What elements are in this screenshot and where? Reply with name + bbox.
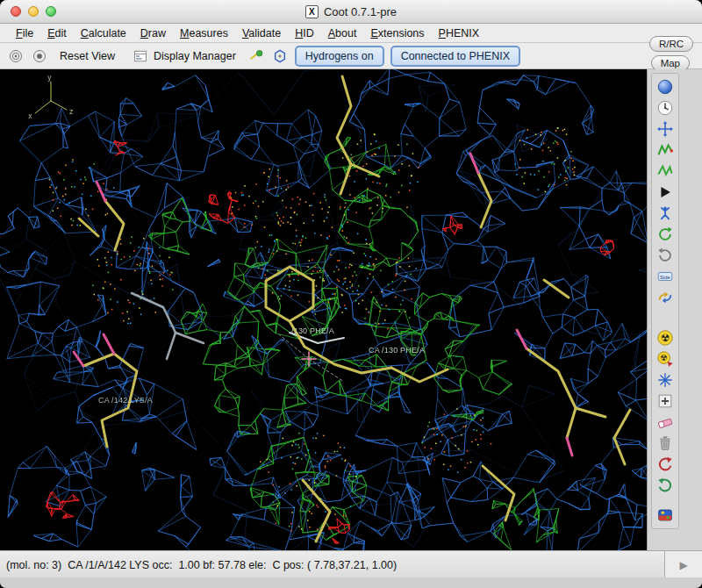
display-manager-label: Display Manager: [154, 50, 236, 62]
svg-text:☢: ☢: [661, 332, 670, 344]
redo-icon[interactable]: [655, 475, 676, 496]
status-bar: (mol. no: 3) CA /1/A/142 LYS occ: 1.00 b…: [0, 550, 702, 578]
phenix-connection-button[interactable]: Connected to PHENIX: [390, 46, 520, 67]
menu-validate[interactable]: Validate: [235, 25, 288, 41]
status-text: (mol. no: 3) CA /1/A/142 LYS occ: 1.00 b…: [0, 559, 664, 571]
eraser-icon[interactable]: [655, 412, 676, 433]
coot-window: X Coot 0.7.1-pre File Edit Calculate Dra…: [0, 0, 702, 588]
window-title-text: Coot 0.7.1-pre: [324, 5, 397, 18]
menu-hid[interactable]: HID: [288, 25, 321, 41]
gl-canvas[interactable]: [0, 69, 647, 550]
zoom-button[interactable]: [46, 6, 56, 17]
minimize-button[interactable]: [28, 6, 39, 17]
gl-viewport: /130 PHE/A CA /130 PHE/A CA /142 LYS/A: [0, 69, 647, 550]
window-footer: [0, 577, 702, 588]
status-expander-button[interactable]: ▶: [664, 551, 702, 578]
x11-icon: X: [305, 5, 319, 18]
menu-about[interactable]: About: [321, 25, 364, 41]
translate-view-icon[interactable]: [655, 118, 676, 140]
menu-measures[interactable]: Measures: [173, 25, 235, 41]
spin-view-icon[interactable]: [655, 76, 676, 97]
title-bar: X Coot 0.7.1-pre: [0, 0, 702, 24]
menu-calculate[interactable]: Calculate: [74, 25, 133, 41]
undo-icon[interactable]: [655, 454, 676, 475]
modelling-toolbar: Side ☢ ☢: [651, 73, 679, 529]
window-title: X Coot 0.7.1-pre: [305, 5, 397, 18]
menu-file[interactable]: File: [9, 25, 40, 41]
right-tool-rail: Side ☢ ☢: [647, 69, 702, 550]
close-button[interactable]: [11, 6, 21, 17]
add-terminal-residue-icon[interactable]: [655, 369, 676, 391]
flip-peptide-icon[interactable]: [655, 287, 676, 308]
record-circle-icon[interactable]: [31, 47, 48, 65]
add-alt-conf-icon[interactable]: [655, 391, 676, 412]
reset-view-button[interactable]: Reset View: [54, 47, 120, 65]
map-colours-icon[interactable]: [655, 505, 676, 526]
svg-text:☢: ☢: [660, 353, 668, 362]
display-manager-icon: [132, 47, 149, 65]
menu-edit[interactable]: Edit: [40, 25, 74, 41]
torsion-general-icon[interactable]: [655, 245, 676, 266]
go-to-ligand-icon[interactable]: [271, 47, 289, 65]
rrc-button[interactable]: R/RC: [649, 36, 693, 52]
menu-draw[interactable]: Draw: [133, 25, 173, 41]
hydrogens-toggle-button[interactable]: Hydrogens on: [295, 46, 384, 67]
delete-item-icon[interactable]: [655, 433, 676, 454]
mutate-icon[interactable]: ☢: [655, 327, 676, 348]
auto-fit-rotamer-icon[interactable]: [655, 203, 676, 224]
side-chain-180-icon[interactable]: Side: [655, 266, 676, 287]
menu-bar: File Edit Calculate Draw Measures Valida…: [0, 24, 702, 43]
main-toolbar: Reset View Display Manager Hydrogens on …: [0, 43, 702, 69]
real-space-refine-icon[interactable]: [655, 140, 676, 161]
edit-chi-angles-icon[interactable]: [655, 224, 676, 245]
svg-text:Side: Side: [660, 275, 671, 280]
timer-icon[interactable]: [655, 97, 676, 118]
fix-atoms-icon[interactable]: [655, 182, 676, 203]
mutate-auto-fit-icon[interactable]: ☢: [655, 348, 676, 369]
content-area: /130 PHE/A CA /130 PHE/A CA /142 LYS/A: [0, 69, 702, 550]
target-circle-icon[interactable]: [7, 47, 25, 65]
regularize-zone-icon[interactable]: [655, 161, 676, 182]
display-manager-button[interactable]: Display Manager: [126, 45, 241, 68]
menu-extensions[interactable]: Extensions: [363, 25, 431, 41]
go-to-atom-icon[interactable]: [247, 47, 265, 65]
menu-phenix[interactable]: PHENIX: [432, 25, 487, 41]
